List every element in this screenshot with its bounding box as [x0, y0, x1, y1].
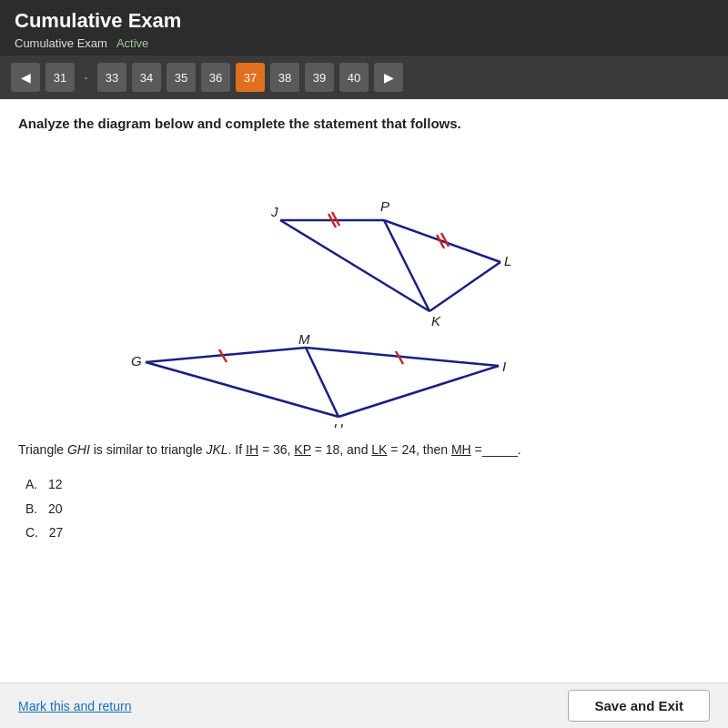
nav-question-39[interactable]: 39	[305, 63, 334, 92]
answer-choice-a[interactable]: A. 12	[25, 472, 710, 497]
question-instruction: Analyze the diagram below and complete t…	[18, 116, 710, 131]
svg-line-13	[306, 348, 339, 417]
exam-subtitle-row: Cumulative Exam Active	[15, 36, 713, 50]
nav-question-35[interactable]: 35	[167, 63, 196, 92]
nav-question-37[interactable]: 37	[236, 63, 265, 92]
svg-line-3	[430, 262, 500, 311]
answer-choice-c[interactable]: C. 27	[25, 521, 710, 545]
main-content: Analyze the diagram below and complete t…	[0, 99, 728, 709]
question-text: Triangle GHI is similar to triangle JKL.…	[18, 440, 710, 460]
label-J: J	[270, 204, 278, 219]
label-H: H	[333, 420, 343, 428]
next-question-button[interactable]: ▶	[374, 63, 403, 92]
svg-line-9	[146, 362, 339, 417]
prev-question-button[interactable]: ◀	[11, 63, 40, 92]
nav-question-33[interactable]: 33	[97, 63, 126, 92]
exam-title: Cumulative Exam	[15, 9, 713, 33]
top-header: Cumulative Exam Cumulative Exam Active	[0, 0, 728, 56]
save-exit-button[interactable]: Save and Exit	[568, 690, 710, 722]
nav-question-31[interactable]: 31	[46, 63, 75, 92]
question-nav-bar: ◀ 31 · 33 34 35 36 37 38 39 40 ▶	[0, 56, 728, 99]
answer-choices: A. 12 B. 20 C. 27	[25, 472, 710, 545]
svg-line-12	[339, 366, 499, 417]
label-L: L	[504, 253, 511, 268]
nav-question-36[interactable]: 36	[201, 63, 230, 92]
label-M: M	[298, 331, 310, 347]
exam-subtitle: Cumulative Exam	[15, 36, 107, 50]
label-K: K	[431, 313, 441, 329]
nav-question-34[interactable]: 34	[132, 63, 161, 92]
diagram-area: J P L K G M I	[18, 146, 710, 428]
bottom-bar: Mark this and return Save and Exit	[0, 682, 728, 728]
nav-question-38[interactable]: 38	[270, 63, 299, 92]
active-status: Active	[116, 36, 148, 50]
answer-choice-b[interactable]: B. 20	[25, 497, 710, 521]
label-G: G	[131, 353, 142, 369]
label-I: I	[502, 359, 506, 374]
label-P: P	[380, 198, 389, 214]
geometry-diagram: J P L K G M I	[127, 146, 601, 428]
mark-return-button[interactable]: Mark this and return	[18, 699, 132, 713]
nav-question-40[interactable]: 40	[339, 63, 369, 92]
